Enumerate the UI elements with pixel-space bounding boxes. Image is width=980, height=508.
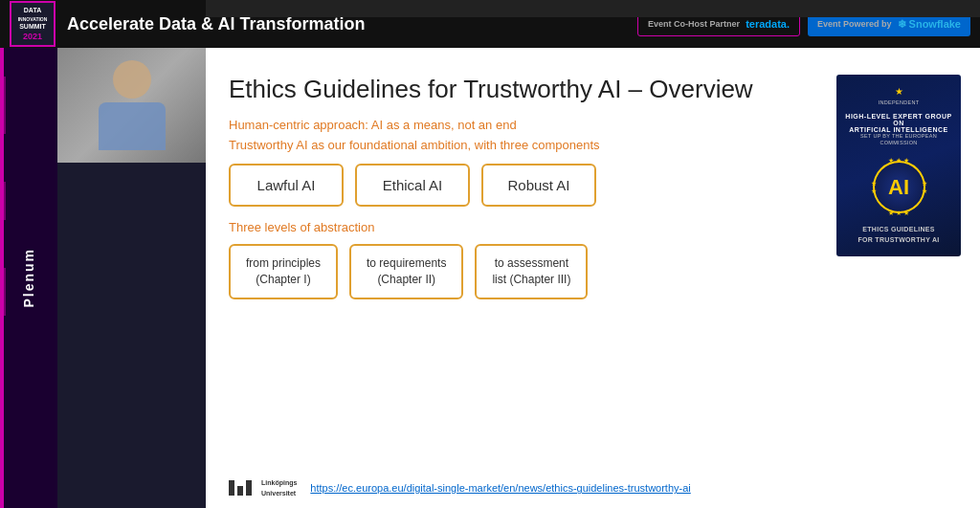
- book-ai-circle: ★ ★ ★ ★ ★ ★ ★★ ★★ AI: [873, 161, 925, 213]
- book-cover: ★ Independent High-Level Expert Group on…: [836, 75, 961, 256]
- partner2-label: Event Powered by: [817, 19, 892, 29]
- component-box-lawful: Lawful AI: [229, 164, 344, 207]
- webcam-background: [57, 48, 206, 163]
- sidebar-label: Plenum: [21, 248, 36, 308]
- person-body: [99, 102, 166, 150]
- logo-year: 2021: [23, 32, 42, 41]
- slide-footer: Linköpings Universitet https://ec.europa…: [206, 477, 980, 498]
- slide-top-strip: [206, 0, 980, 17]
- partner1-label: Event Co-Host Partner: [648, 19, 740, 29]
- snowflake-logo: ❄ Snowflake: [898, 18, 961, 31]
- level-box-principles: from principles(Chapter I): [229, 244, 338, 299]
- book-title-line1: High-Level Expert Group on: [844, 113, 953, 126]
- component-box-robust: Robust AI: [481, 164, 596, 207]
- liu-logo: Linköpings Universitet: [229, 477, 297, 498]
- level-box-requirements: to requirements(Chapter II): [349, 244, 463, 299]
- sidebar: Plenum: [0, 48, 57, 508]
- eu-stars-top: ★: [895, 86, 903, 97]
- summit-logo: DATA INNOVATION SUMMIT 2021: [10, 1, 56, 47]
- level-box-assessment: to assessmentlist (Chapter III): [475, 244, 588, 299]
- footer-link[interactable]: https://ec.europa.eu/digital-single-mark…: [310, 482, 690, 494]
- book-title-line2: Artificial Intelligence: [849, 126, 948, 133]
- liu-university-name: Linköpings Universitet: [261, 477, 297, 498]
- liu-bars: [229, 480, 252, 496]
- book-ai-label: AI: [888, 175, 909, 200]
- logo-text: DATA INNOVATION SUMMIT: [18, 7, 48, 31]
- presenter-video: [99, 60, 166, 150]
- teradata-logo: teradata.: [746, 18, 790, 30]
- book-footer: Ethics Guidelines for Trustworthy AI: [858, 225, 939, 245]
- webcam-view: [57, 48, 206, 163]
- component-box-ethical: Ethical AI: [355, 164, 470, 207]
- slide-content: Ethics Guidelines for Trustworthy AI – O…: [206, 48, 980, 508]
- book-independent-label: Independent: [879, 99, 920, 107]
- book-subtitle: set up by the European Commission: [844, 133, 953, 147]
- person-head: [113, 60, 151, 99]
